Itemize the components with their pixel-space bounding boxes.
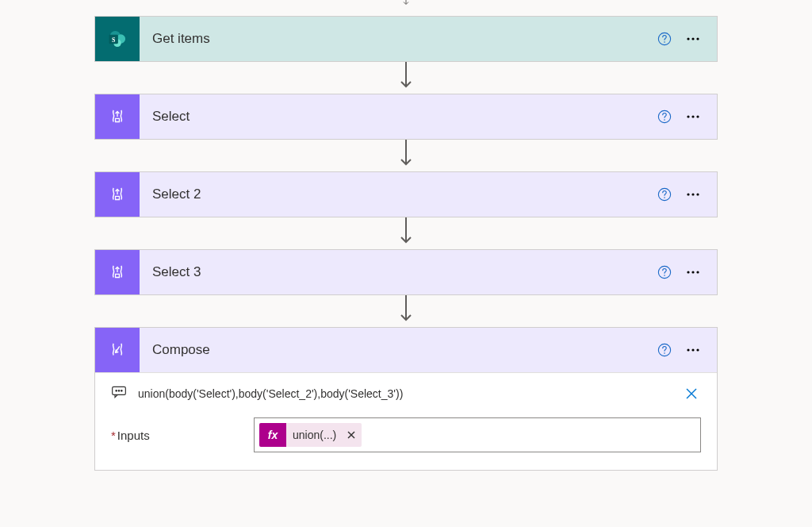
svg-point-15 xyxy=(691,115,694,117)
action-header[interactable]: S Get items xyxy=(95,17,717,61)
action-title: Get items xyxy=(140,31,653,47)
more-menu-icon[interactable] xyxy=(679,106,707,128)
connector-arrow xyxy=(400,62,412,94)
action-card-compose[interactable]: Compose union(body('Select'),body('Selec… xyxy=(94,327,718,471)
fx-badge-icon: fx xyxy=(259,423,286,447)
inputs-field[interactable]: fx union(...) xyxy=(254,417,701,452)
svg-point-20 xyxy=(687,193,689,195)
required-asterisk: * xyxy=(111,429,116,442)
inputs-row: *Inputs fx union(...) xyxy=(111,417,701,452)
action-card-get-items[interactable]: S Get items xyxy=(94,16,718,62)
connector-arrow xyxy=(400,217,412,249)
svg-point-38 xyxy=(121,390,123,392)
action-card-select-2[interactable]: Select 2 xyxy=(94,171,718,217)
svg-point-10 xyxy=(696,37,699,40)
data-operation-select-icon xyxy=(95,94,140,139)
help-icon[interactable] xyxy=(653,28,676,50)
more-menu-icon[interactable] xyxy=(679,261,707,283)
help-icon[interactable] xyxy=(653,261,676,283)
data-operation-select-icon xyxy=(95,250,140,294)
svg-point-13 xyxy=(664,119,665,121)
action-title: Select xyxy=(140,109,653,125)
svg-point-22 xyxy=(696,193,699,195)
svg-point-33 xyxy=(691,348,694,351)
action-title: Select 2 xyxy=(140,187,653,202)
sharepoint-icon: S xyxy=(95,17,140,61)
connector-arrow xyxy=(400,0,412,16)
svg-point-16 xyxy=(696,115,699,117)
svg-point-8 xyxy=(687,37,689,40)
help-icon[interactable] xyxy=(653,339,676,361)
svg-point-27 xyxy=(691,271,694,273)
svg-point-31 xyxy=(664,352,665,354)
data-operation-select-icon xyxy=(95,172,140,217)
help-icon[interactable] xyxy=(653,183,676,206)
comment-icon xyxy=(111,385,130,402)
svg-point-36 xyxy=(116,390,117,392)
flow-canvas: S Get items Select xyxy=(0,0,812,471)
svg-point-32 xyxy=(687,348,689,351)
expression-peek-row: union(body('Select'),body('Select_2'),bo… xyxy=(111,384,701,403)
data-operation-compose-icon xyxy=(95,328,140,372)
action-header[interactable]: Select 2 xyxy=(95,172,717,217)
svg-text:S: S xyxy=(112,37,116,44)
svg-point-19 xyxy=(664,197,665,198)
svg-point-21 xyxy=(691,193,694,195)
connector-arrow xyxy=(400,295,412,327)
action-header[interactable]: Select 3 xyxy=(95,250,717,294)
connector-arrow xyxy=(400,140,412,171)
svg-point-25 xyxy=(664,275,665,276)
token-text: union(...) xyxy=(293,429,341,441)
action-card-select-3[interactable]: Select 3 xyxy=(94,249,718,295)
compose-body: union(body('Select'),body('Select_2'),bo… xyxy=(95,372,717,470)
expression-peek-text: union(body('Select'),body('Select_2'),bo… xyxy=(130,387,682,400)
expression-token[interactable]: fx union(...) xyxy=(259,423,362,447)
svg-point-14 xyxy=(687,115,689,117)
close-peek-button[interactable] xyxy=(682,384,701,403)
svg-point-9 xyxy=(691,37,694,40)
more-menu-icon[interactable] xyxy=(679,339,707,361)
more-menu-icon[interactable] xyxy=(679,28,707,50)
inputs-label: *Inputs xyxy=(111,429,254,442)
token-remove-button[interactable] xyxy=(341,429,362,441)
action-header[interactable]: Compose xyxy=(95,328,717,372)
more-menu-icon[interactable] xyxy=(679,183,707,206)
action-title: Select 3 xyxy=(140,264,653,280)
svg-point-7 xyxy=(664,41,665,43)
help-icon[interactable] xyxy=(653,106,676,128)
action-card-select[interactable]: Select xyxy=(94,94,718,140)
action-title: Compose xyxy=(140,342,653,358)
svg-point-37 xyxy=(118,390,120,392)
svg-point-26 xyxy=(687,271,689,273)
action-header[interactable]: Select xyxy=(95,94,717,139)
svg-point-34 xyxy=(696,348,699,351)
svg-point-28 xyxy=(696,271,699,273)
